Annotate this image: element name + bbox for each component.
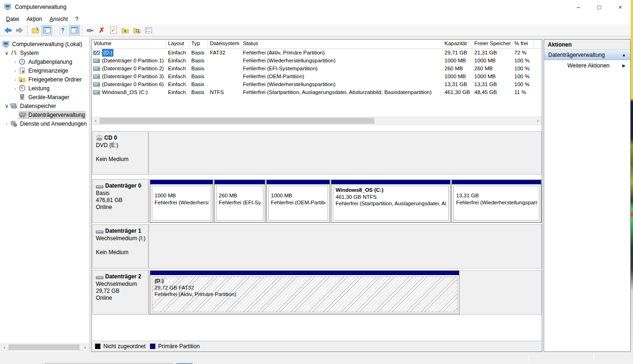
menu-aktion[interactable]: Aktion — [23, 15, 46, 23]
disk-management-pane: Volume Layout Typ Dateisystem Status Kap… — [91, 39, 542, 352]
menu-datei[interactable]: Datei — [2, 15, 23, 23]
primary-partition-band — [215, 180, 265, 184]
column-header-pct-frei[interactable]: % frei — [512, 40, 534, 48]
partition-disk0-c[interactable]: Windows8_OS (C:) 461,30 GB NTFS Fehlerfr… — [331, 180, 451, 222]
sidebar-item-datenspeicher[interactable]: ∨ Datenspeicher — [0, 101, 89, 110]
scrollbar-thumb[interactable] — [100, 118, 374, 124]
disk-label-cd0[interactable]: CD 0 DVD (E:) Kein Medium — [92, 131, 148, 175]
toolbar-separator — [54, 26, 55, 35]
legend-label-primary-partition: Primäre Partition — [158, 343, 200, 350]
sidebar-item-datentraegerverwaltung[interactable]: Datenträgerverwaltung — [0, 110, 89, 119]
properties-icon[interactable] — [143, 25, 154, 35]
show-action-pane-icon[interactable] — [69, 25, 80, 35]
collapse-arrow-icon[interactable]: ▲ — [622, 53, 626, 57]
actions-header: Aktionen — [544, 40, 630, 50]
disk-label-datentraeger1[interactable]: Datenträger 1 Wechselmedium (I:) Kein Me… — [92, 224, 148, 269]
chevron-right-icon[interactable]: › — [12, 86, 19, 91]
app-icon — [4, 3, 12, 11]
actions-item-weitere-aktionen[interactable]: Weitere Aktionen ▶ — [544, 60, 630, 71]
console-tree-panel: Computerverwaltung (Lokal) ∨ System › Au… — [0, 36, 90, 351]
partition-disk0-p3[interactable]: 1000 MB Fehlerfrei (OEM-Partition) — [266, 180, 330, 222]
table-row[interactable]: (Datenträger 0 Partition 3) Einfach Basi… — [92, 73, 542, 81]
sidebar-item-dienste-und-anwendungen[interactable]: › Dienste und Anwendungen — [0, 119, 89, 128]
table-row[interactable]: (D:) Einfach Basis FAT32 Fehlerfrei (Akt… — [92, 49, 542, 57]
status-bar-separator — [529, 354, 529, 363]
chevron-down-icon[interactable]: ∨ — [3, 103, 10, 109]
status-bar-separator — [593, 354, 594, 363]
table-row[interactable]: (Datenträger 0 Partition 1) Einfach Basi… — [92, 57, 542, 65]
chevron-right-icon[interactable]: › — [3, 121, 10, 127]
disk-area-cd0[interactable] — [148, 131, 542, 175]
folder-up-icon[interactable] — [120, 25, 130, 35]
minimize-button[interactable]: – — [568, 0, 589, 14]
maximize-button[interactable]: □ — [589, 0, 610, 14]
partition-disk2-d[interactable]: (D:) 29,72 GB FAT32 Fehlerfrei (Aktiv, P… — [150, 270, 459, 314]
scroll-left-arrow[interactable]: ‹ — [1, 344, 8, 351]
sidebar-item-leistung[interactable]: › Leistung — [0, 84, 89, 93]
primary-partition-band — [452, 180, 541, 184]
delete-icon[interactable]: ✗ — [96, 25, 107, 35]
services-icon — [10, 120, 18, 128]
submenu-arrow-icon: ▶ — [622, 63, 626, 68]
column-header-freier-speicher[interactable]: Freier Speicher — [472, 40, 512, 48]
legend: Nicht zugeordnet Primäre Partition — [92, 341, 542, 351]
menu-ansicht[interactable]: Ansicht — [46, 15, 71, 23]
chevron-right-icon[interactable]: › — [12, 68, 19, 74]
sidebar-item-freigegebene-ordner[interactable]: › Freigegebene Ordner — [0, 75, 89, 84]
disk-icon — [96, 230, 104, 234]
sidebar-item-computerverwaltung[interactable]: Computerverwaltung (Lokal) — [0, 40, 89, 48]
window-title: Computerverwaltung — [15, 4, 67, 10]
cd-drive-icon — [96, 135, 103, 141]
table-row[interactable]: Windows8_OS (C:) Einfach Basis NTFS Fehl… — [92, 88, 542, 96]
scrollbar-thumb[interactable] — [8, 344, 80, 350]
disk-area-datentraeger2: (D:) 29,72 GB FAT32 Fehlerfrei (Aktiv, P… — [148, 270, 542, 315]
chevron-right-icon[interactable]: › — [12, 77, 19, 82]
disk-label-datentraeger2[interactable]: Datenträger 2 Wechselmedium 29,72 GB Onl… — [92, 270, 148, 315]
sidebar-item-aufgabenplanung[interactable]: › Aufgabenplanung — [0, 57, 89, 66]
scroll-right-arrow[interactable]: › — [534, 117, 541, 124]
close-button[interactable]: × — [610, 0, 631, 14]
actions-group-datentraegerverwaltung[interactable]: Datenträgerverwaltung ▲ — [544, 50, 630, 60]
column-header-status[interactable]: Status — [241, 40, 443, 48]
disk-area-datentraeger1[interactable] — [148, 224, 542, 269]
legend-label-unallocated: Nicht zugeordnet — [103, 343, 146, 350]
sidebar-item-geraete-manager[interactable]: Geräte-Manager — [0, 93, 89, 101]
forward-icon[interactable] — [14, 25, 25, 35]
volume-icon — [93, 82, 100, 87]
sidebar-item-system[interactable]: ∨ System — [0, 48, 89, 57]
volume-icon — [93, 74, 100, 79]
folder-search-icon[interactable] — [131, 25, 142, 35]
primary-partition-band — [267, 180, 330, 184]
chevron-right-icon[interactable]: › — [12, 59, 19, 65]
system-tools-icon — [10, 49, 18, 57]
partition-disk0-p1[interactable]: 1000 MB Fehlerfrei (Wiederherstellungspa… — [150, 180, 213, 222]
scroll-right-arrow[interactable]: › — [81, 344, 88, 351]
column-header-volume[interactable]: Volume — [92, 40, 166, 48]
table-row[interactable]: (Datenträger 0 Partition 2) Einfach Basi… — [92, 65, 542, 73]
check-document-icon[interactable]: ✓ — [108, 25, 119, 35]
primary-partition-band — [150, 180, 213, 184]
volume-list-horizontal-scrollbar[interactable]: ‹ › — [92, 117, 542, 125]
partition-disk0-p2[interactable]: 260 MB Fehlerfrei (EFI-Systempartition) — [214, 180, 265, 222]
volume-icon — [93, 67, 100, 71]
scroll-left-arrow[interactable]: ‹ — [92, 117, 99, 124]
disk-label-datentraeger0[interactable]: Datenträger 0 Basis 476,81 GB Online — [92, 179, 148, 223]
partition-disk0-p6[interactable]: 13,31 GB Fehlerfrei (Wiederherstellungsp… — [451, 180, 541, 222]
title-bar: Computerverwaltung – □ × — [0, 0, 631, 14]
sidebar-item-ereignisanzeige[interactable]: › Ereignisanzeige — [0, 66, 89, 75]
tree-horizontal-scrollbar[interactable]: ‹ › — [0, 344, 89, 351]
table-row[interactable]: (Datenträger 0 Partition 6) Einfach Basi… — [92, 81, 542, 88]
help-icon[interactable]: ? — [57, 25, 68, 35]
back-icon[interactable] — [2, 25, 13, 35]
remote-device-icon[interactable] — [85, 25, 95, 35]
export-list-icon[interactable] — [30, 25, 40, 35]
column-header-typ[interactable]: Typ — [189, 40, 208, 48]
chevron-down-icon[interactable]: ∨ — [3, 50, 10, 56]
column-header-kapazitaet[interactable]: Kapazität — [443, 40, 472, 48]
column-header-dateisystem[interactable]: Dateisystem — [208, 40, 241, 48]
primary-partition-band — [331, 180, 450, 184]
menu-help[interactable]: ? — [72, 15, 82, 23]
desktop-edge — [631, 0, 633, 364]
show-console-tree-icon[interactable] — [41, 25, 52, 35]
column-header-layout[interactable]: Layout — [166, 40, 189, 48]
